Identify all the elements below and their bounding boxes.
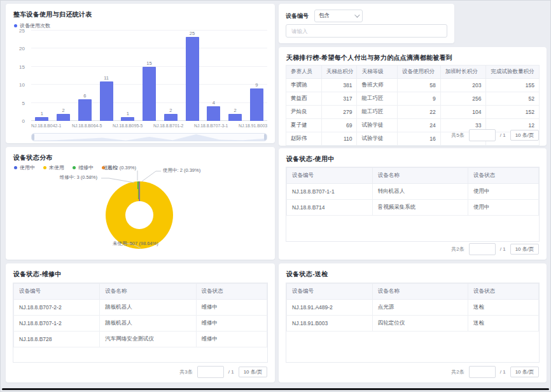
legend-item[interactable]: 使用中 xyxy=(14,164,35,171)
table-cell: 317 xyxy=(321,92,357,106)
table-cell: 使用中 xyxy=(468,200,539,216)
table-cell: 赵际伟 xyxy=(286,132,322,146)
bar-slot: 1 xyxy=(31,31,53,121)
y-tick-label: 20 xyxy=(19,46,25,52)
table-cell: 踏板机器人 xyxy=(100,300,196,316)
total-count-label: 共3条 xyxy=(179,368,192,375)
page-size-select[interactable]: 10 条/页 xyxy=(239,367,267,377)
legend-dot-icon xyxy=(73,166,76,169)
column-header: 设备状态 xyxy=(468,284,539,300)
bar xyxy=(78,99,92,121)
bar-slot: 4 xyxy=(203,31,225,121)
page-input[interactable] xyxy=(469,129,496,141)
bar-chart-x-axis: NJ.18.8.B042-1NJ.18.8.B064-5NJ.18.8.B095… xyxy=(31,123,267,128)
donut-hole xyxy=(125,201,153,229)
x-tick-label: NJ.18.8.B064-5 xyxy=(72,123,102,128)
chevron-down-icon xyxy=(354,12,359,17)
table-cell: 22 xyxy=(398,106,441,119)
table-cell: 夏子健 xyxy=(286,119,322,132)
page-input[interactable] xyxy=(197,366,224,378)
legend-dot-icon xyxy=(14,24,17,27)
x-tick-label: NJ.18.8.B042-1 xyxy=(31,123,61,128)
legend-dot-icon xyxy=(14,166,17,169)
bar-value-label: 4 xyxy=(213,100,215,106)
table-row: NJ.18.8.B707-1-1转向机器人使用中 xyxy=(287,184,539,200)
table-cell: 24 xyxy=(398,119,441,132)
status-inuse-table-box: 设备编号设备名称设备状态 NJ.18.8.B707-1-1转向机器人使用中NJ.… xyxy=(286,167,540,242)
table-cell: NJ.18.8.B707-1-2 xyxy=(14,316,100,332)
total-count-label: 共2条 xyxy=(451,246,464,253)
legend-item[interactable]: 维修中 xyxy=(73,164,94,171)
x-tick-label xyxy=(143,123,153,128)
table-cell: NJ.18.8.B714 xyxy=(287,200,373,216)
x-tick-label xyxy=(183,123,194,128)
bar-value-label: 1 xyxy=(127,111,129,116)
table-cell: 381 xyxy=(321,79,357,92)
y-tick-label: 0 xyxy=(22,118,25,124)
page-of-label: / 1 xyxy=(500,132,506,138)
page-size-select[interactable]: 10 条/页 xyxy=(510,367,539,377)
table-cell: 汽车网络安全测试仪 xyxy=(100,332,196,347)
column-header: 设备名称 xyxy=(100,284,196,300)
table-cell: NJ.18.8.B707-1-1 xyxy=(287,184,373,200)
table-row: 黄益西317能工巧匠925652 xyxy=(286,92,540,106)
x-tick-label: NJ.18.8.B707-3-1 xyxy=(194,123,228,128)
datazoom-right-handle[interactable] xyxy=(264,134,267,141)
operator-select-value: 包含 xyxy=(319,12,330,20)
y-tick-label: 10 xyxy=(19,82,25,88)
table-cell: 维修中 xyxy=(196,316,267,332)
bar-slot: 25 xyxy=(181,31,203,121)
status-inspect-table-box: 设备编号设备名称设备状态 NJ.18.91.A489-2点光源送检NJ.18.9… xyxy=(286,283,540,363)
status-inspect-table: 设备编号设备名称设备状态 NJ.18.91.A489-2点光源送检NJ.18.9… xyxy=(286,283,539,332)
datazoom-slider[interactable] xyxy=(31,133,267,141)
bar xyxy=(57,114,70,121)
table-cell: 155 xyxy=(486,79,540,92)
total-count-label: 共2条 xyxy=(451,368,464,375)
status-repair-pagination: 共3条 / 1 10 条/页 xyxy=(179,366,267,378)
legend-label: 维修中 xyxy=(78,164,94,171)
column-header: 设备状态 xyxy=(196,284,267,300)
x-tick-label: NJ.18.8.B701-2 xyxy=(153,123,183,128)
legend-item[interactable]: 未使用 xyxy=(43,164,64,171)
datazoom-left-handle[interactable] xyxy=(32,134,34,141)
table-cell: 能工巧匠 xyxy=(357,106,398,119)
table-cell: 69 xyxy=(321,119,357,132)
bar-slot: 15 xyxy=(139,31,160,121)
leaderboard-title: 天梯排行榜-希望每个人付出与努力的点点滴滴都能被看到 xyxy=(286,53,452,62)
legend-label: 未使用 xyxy=(49,164,64,171)
table-row: NJ.18.8.B714音视频采集系统使用中 xyxy=(287,200,539,216)
bar-value-label: 6 xyxy=(83,93,86,99)
bar xyxy=(228,114,242,121)
bar-chart-bars: 12611115225429 xyxy=(31,31,267,121)
table-cell: NJ.18.8.B707-2-2 xyxy=(14,300,100,316)
pie-label-weishiyong: 未使用: 507 (98.64%) xyxy=(113,241,158,247)
table-cell: 试验学徒 xyxy=(357,132,398,146)
table-row: 尹灿良279能工巧匠22104152 xyxy=(286,106,540,119)
table-row: NJ.18.91.B003四轮定位仪送检 xyxy=(287,316,539,332)
operator-select[interactable]: 包含 xyxy=(314,10,363,22)
pie-label-weixiu: 维修中: 3 (0.58%) xyxy=(60,174,97,181)
column-header: 设备编号 xyxy=(14,284,100,300)
table-cell: 104 xyxy=(440,106,486,119)
page-input[interactable] xyxy=(469,366,496,378)
status-inspect-title: 设备状态-送检 xyxy=(286,270,328,279)
table-cell: 110 xyxy=(321,132,357,146)
table-cell: 9 xyxy=(398,92,441,106)
device-number-input[interactable] xyxy=(286,24,447,38)
page-size-select[interactable]: 10 条/页 xyxy=(510,130,539,141)
table-cell: 转向机器人 xyxy=(372,184,468,200)
table-header-row: 参赛人员天梯总积分天梯等级设备使用积分加班时长积分完成试验数量积分 xyxy=(286,66,540,79)
page-size-select[interactable]: 10 条/页 xyxy=(510,244,539,255)
y-tick-label: 15 xyxy=(19,64,25,69)
table-row: NJ.18.8.B707-1-2踏板机器人维修中 xyxy=(14,316,267,332)
status-repair-title: 设备状态-维修中 xyxy=(13,270,62,279)
bar-value-label: 9 xyxy=(255,82,258,88)
table-cell: 音视频采集系统 xyxy=(372,200,468,216)
bar-value-label: 2 xyxy=(62,108,65,113)
legend-label: 使用中 xyxy=(20,164,35,171)
bar-slot: 2 xyxy=(53,31,74,121)
table-cell: 52 xyxy=(486,92,540,106)
table-cell: 58 xyxy=(398,79,441,92)
table-cell: 四轮定位仪 xyxy=(372,316,468,332)
page-input[interactable] xyxy=(469,243,496,255)
